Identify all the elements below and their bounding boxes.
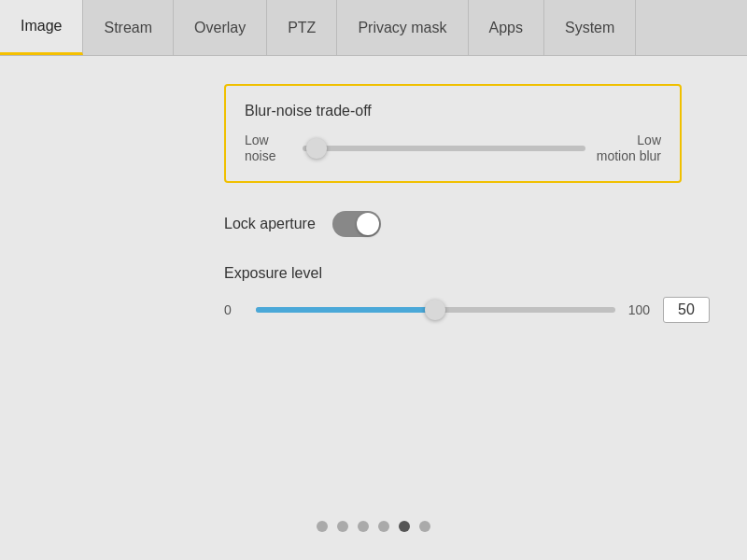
pagination-dot-1[interactable] <box>317 521 328 532</box>
pagination-dot-6[interactable] <box>419 521 430 532</box>
lock-aperture-label: Lock aperture <box>224 216 316 232</box>
exposure-slider-track[interactable] <box>256 307 615 313</box>
pagination <box>0 521 747 532</box>
blur-noise-right-labels: Low motion blur <box>597 133 661 164</box>
tab-overlay[interactable]: Overlay <box>174 0 267 55</box>
exposure-title: Exposure level <box>224 265 710 282</box>
blur-noise-slider-thumb[interactable] <box>306 138 327 159</box>
tab-stream[interactable]: Stream <box>83 0 174 55</box>
blur-noise-box: Blur-noise trade-off Low noise Low motio… <box>224 84 682 183</box>
toggle-knob <box>357 213 379 235</box>
main-content: Blur-noise trade-off Low noise Low motio… <box>0 56 747 351</box>
blur-noise-slider-track[interactable] <box>303 146 585 151</box>
pagination-dot-5[interactable] <box>399 521 410 532</box>
blur-noise-left-labels: Low noise <box>245 133 291 164</box>
tab-bar: Image Stream Overlay PTZ Privacy mask Ap… <box>0 0 747 56</box>
exposure-fill <box>256 307 435 313</box>
exposure-row: 0 100 50 <box>224 297 710 323</box>
exposure-max-label: 100 <box>628 302 650 317</box>
lock-aperture-row: Lock aperture <box>224 211 710 237</box>
exposure-slider-thumb[interactable] <box>425 300 445 320</box>
pagination-dot-2[interactable] <box>337 521 348 532</box>
tab-ptz[interactable]: PTZ <box>267 0 337 55</box>
pagination-dot-4[interactable] <box>378 521 389 532</box>
tab-system[interactable]: System <box>544 0 636 55</box>
tab-image[interactable]: Image <box>0 0 83 55</box>
exposure-section: Exposure level 0 100 50 <box>224 265 710 323</box>
exposure-value-box[interactable]: 50 <box>663 297 710 323</box>
pagination-dot-3[interactable] <box>358 521 369 532</box>
lock-aperture-toggle[interactable] <box>332 211 381 237</box>
tab-privacy-mask[interactable]: Privacy mask <box>337 0 468 55</box>
exposure-min-label: 0 <box>224 302 243 317</box>
tab-apps[interactable]: Apps <box>469 0 544 55</box>
blur-noise-title: Blur-noise trade-off <box>245 103 661 119</box>
